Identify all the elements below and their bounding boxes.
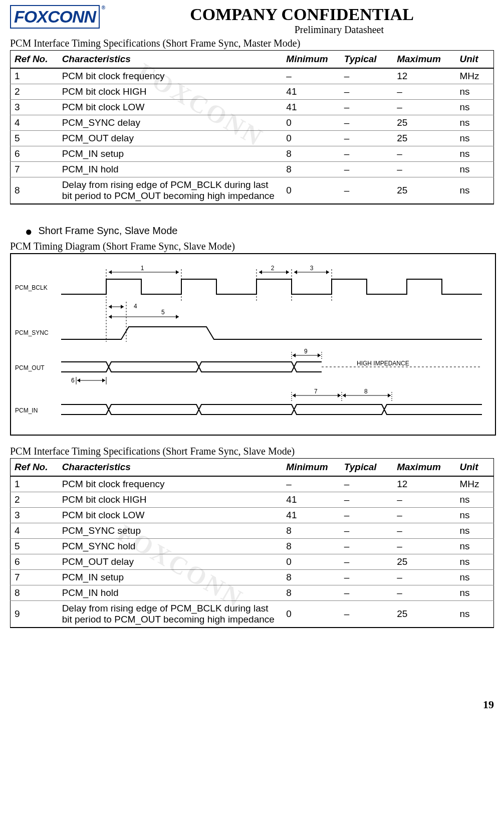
cell-unit: MHz: [456, 476, 494, 492]
table-row: 5PCM_OUT delay0–25ns: [11, 131, 494, 146]
datasheet-subtitle: Preliminary Datasheet: [110, 24, 494, 36]
table-row: 3PCM bit clock LOW41––ns: [11, 508, 494, 523]
cell-min: 8: [282, 585, 340, 601]
cell-max: 25: [393, 601, 455, 628]
table-row: 6PCM_OUT delay0–25ns: [11, 554, 494, 570]
bullet-icon: ●: [25, 225, 33, 238]
cell-unit: ns: [456, 115, 494, 131]
header: FOXCONN® COMPANY CONFIDENTIAL Preliminar…: [10, 5, 494, 36]
cell-max: 25: [393, 554, 455, 570]
marker-4: 4: [134, 303, 137, 310]
cell-typ: –: [340, 508, 393, 523]
table-row: 2PCM bit clock HIGH41––ns: [11, 492, 494, 508]
cell-min: 0: [282, 177, 340, 204]
cell-max: 12: [393, 476, 455, 492]
bullet-text: Short Frame Sync, Slave Mode: [39, 225, 178, 236]
marker-5: 5: [161, 309, 165, 316]
cell-char: PCM bit clock frequency: [58, 68, 283, 84]
cell-char: PCM_SYNC delay: [58, 115, 283, 131]
page-number: 19: [10, 698, 494, 711]
cell-max: –: [393, 523, 455, 539]
cell-unit: ns: [456, 539, 494, 554]
cell-ref: 9: [11, 601, 58, 628]
cell-max: 25: [393, 115, 455, 131]
cell-ref: 6: [11, 146, 58, 162]
cell-char: PCM_SYNC setup: [58, 523, 283, 539]
cell-unit: ns: [456, 146, 494, 162]
th-ref: Ref No.: [11, 51, 58, 69]
cell-ref: 4: [11, 523, 58, 539]
cell-char: PCM_OUT delay: [58, 131, 283, 146]
cell-ref: 1: [11, 68, 58, 84]
marker-2: 2: [271, 265, 275, 272]
cell-ref: 6: [11, 554, 58, 570]
cell-char: PCM_IN setup: [58, 570, 283, 585]
table2-caption: PCM Interface Timing Specifications (Sho…: [10, 446, 494, 457]
table-row: 7PCM_IN hold8––ns: [11, 162, 494, 177]
cell-max: –: [393, 492, 455, 508]
cell-typ: –: [340, 570, 393, 585]
th-min: Minimum: [282, 459, 340, 477]
cell-ref: 5: [11, 539, 58, 554]
table-row: 4PCM_SYNC delay0–25ns: [11, 115, 494, 131]
cell-char: PCM_OUT delay: [58, 554, 283, 570]
cell-unit: ns: [456, 100, 494, 115]
th-typ: Typical: [340, 459, 393, 477]
cell-min: 41: [282, 84, 340, 100]
cell-ref: 5: [11, 131, 58, 146]
th-unit: Unit: [456, 51, 494, 69]
cell-typ: –: [340, 601, 393, 628]
cell-typ: –: [340, 162, 393, 177]
cell-unit: ns: [456, 84, 494, 100]
cell-min: 8: [282, 570, 340, 585]
table-row: 5PCM_SYNC hold8––ns: [11, 539, 494, 554]
cell-max: –: [393, 100, 455, 115]
table-row: 6PCM_IN setup8––ns: [11, 146, 494, 162]
foxconn-logo: FOXCONN®: [10, 5, 100, 29]
cell-typ: –: [340, 68, 393, 84]
cell-unit: ns: [456, 508, 494, 523]
cell-unit: ns: [456, 492, 494, 508]
marker-9: 9: [304, 348, 308, 355]
registered-mark: ®: [102, 5, 105, 11]
table-row: 2PCM bit clock HIGH41––ns: [11, 84, 494, 100]
cell-min: 41: [282, 492, 340, 508]
cell-max: –: [393, 508, 455, 523]
marker-8: 8: [364, 388, 368, 395]
cell-char: PCM bit clock HIGH: [58, 492, 283, 508]
cell-max: –: [393, 570, 455, 585]
cell-min: –: [282, 68, 340, 84]
timing-diagram: PCM_BCLK PCM_SYNC PCM_OUT PCM_IN 1 2 3 4…: [10, 253, 496, 436]
cell-unit: ns: [456, 570, 494, 585]
th-char: Characteristics: [58, 51, 283, 69]
cell-min: –: [282, 476, 340, 492]
confidential-title: COMPANY CONFIDENTIAL: [110, 5, 494, 24]
cell-typ: –: [340, 146, 393, 162]
timing-table-master: Ref No. Characteristics Minimum Typical …: [10, 50, 494, 204]
cell-unit: ns: [456, 585, 494, 601]
cell-ref: 7: [11, 570, 58, 585]
cell-max: –: [393, 84, 455, 100]
cell-typ: –: [340, 115, 393, 131]
cell-ref: 7: [11, 162, 58, 177]
cell-char: PCM bit clock LOW: [58, 100, 283, 115]
cell-typ: –: [340, 492, 393, 508]
table-row: 3PCM bit clock LOW41––ns: [11, 100, 494, 115]
cell-char: PCM_IN hold: [58, 162, 283, 177]
cell-char: PCM bit clock HIGH: [58, 84, 283, 100]
cell-unit: ns: [456, 177, 494, 204]
th-max: Maximum: [393, 459, 455, 477]
marker-7: 7: [314, 388, 318, 395]
cell-ref: 3: [11, 508, 58, 523]
cell-min: 0: [282, 601, 340, 628]
cell-min: 41: [282, 100, 340, 115]
table-row: 7PCM_IN setup8––ns: [11, 570, 494, 585]
cell-min: 8: [282, 523, 340, 539]
cell-ref: 8: [11, 177, 58, 204]
cell-min: 8: [282, 539, 340, 554]
table-row: 9Delay from rising edge of PCM_BCLK duri…: [11, 601, 494, 628]
cell-char: PCM bit clock LOW: [58, 508, 283, 523]
cell-ref: 1: [11, 476, 58, 492]
cell-char: Delay from rising edge of PCM_BCLK durin…: [58, 177, 283, 204]
cell-typ: –: [340, 585, 393, 601]
